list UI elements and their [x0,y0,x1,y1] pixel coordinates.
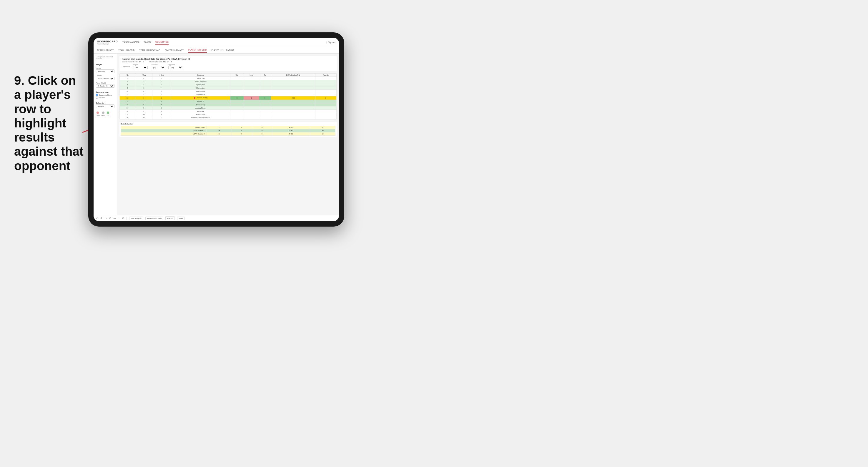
watch-btn[interactable]: Watch ▾ [165,216,175,220]
tablet-screen: SCOREBOARD Powered by clippi TOURNAMENTS… [94,38,339,221]
nav-left: SCOREBOARD Powered by clippi TOURNAMENTS… [97,39,168,45]
table-row[interactable]: 1585Stella Cheng [120,103,337,106]
opponent-filter: Opponent (All) [168,64,183,69]
grid-records: Overall Record: 353 - 34 - 6 Division Re… [122,61,334,63]
legend-row: Down Level Up [96,112,115,116]
sidebar-timestamp: Last Updated: 27/03/2024 16:55:38 [96,56,115,59]
data-table-container: # Div # Reg # Conf Opponent Win Loss Tie… [120,73,337,120]
table-row[interactable]: 341Esther Lee [120,77,337,80]
table-row[interactable]: 1691Jessica Mason [120,106,337,110]
th-opponent: Opponent [171,73,230,77]
player-rank-select[interactable]: 8. Katelyn Vo [96,84,115,88]
th-rounds: Rounds [315,73,336,77]
th-diff: Diff Av Strokes/Rnd [271,73,315,77]
opponent-view: Opponent view Opponents Played Top 100 [96,91,115,99]
th-win: Win [230,73,244,77]
radio-group: Opponents Played Top 100 [96,94,115,99]
grid-title: Katelyn Vo Head-to-Head Grid for Women's… [122,58,334,60]
conference-filter: Conference (All) [151,64,165,69]
sidebar: Last Updated: 27/03/2024 16:55:38 Player… [94,54,117,215]
share-btn[interactable]: Share [177,217,185,220]
th-conf: # Conf [152,73,171,77]
sub-nav-team-summary[interactable]: TEAM SUMMARY [97,48,114,52]
legend-up-label: Up [107,115,109,116]
conference-select[interactable]: (All) [151,66,165,69]
colour-select[interactable]: Win/loss [96,104,115,108]
th-div: # Div [120,73,135,77]
nav-divider: | [326,41,327,43]
table-row[interactable]: 914Sharon Mun [120,87,337,90]
radio-top100[interactable]: Top 100 [96,96,115,99]
nav-links: TOURNAMENTS TEAMS COMMITTEE [122,39,168,45]
colour-label: Colour by [96,102,115,104]
division-select[interactable]: NCAA Division III [96,77,115,80]
grid-header: Katelyn Vo Head-to-Head Grid for Women's… [120,56,337,71]
region-select[interactable]: (All) [133,66,148,69]
sign-out-link[interactable]: Sign out [328,41,335,43]
ood-row[interactable]: NAIA Division 115009.26730 [121,129,335,132]
th-tie: Tie [259,73,271,77]
out-of-division-title: Out of division [121,123,335,125]
table-row[interactable]: 1822Euna Lee [120,110,337,113]
colour-section: Colour by Win/loss [96,102,115,108]
tablet-frame: SCOREBOARD Powered by clippi TOURNAMENTS… [88,32,344,226]
view-original-btn[interactable]: View: Original [129,217,143,220]
player-section-label: Player [96,64,115,66]
sub-nav-team-h2h-grid[interactable]: TEAM H2H GRID [119,48,135,52]
division-field: Division NCAA Division III [96,75,115,80]
plus-icon[interactable]: + [118,217,120,220]
logo-sub: Powered by clippi [97,43,118,45]
table-row[interactable]: 1474Eunice Yi [120,100,337,103]
ood-table: Foreign Team1004.5002NAIA Division 11500… [121,126,335,136]
opponents-label: Opponents: [122,66,130,67]
undo-icon[interactable]: ↩ [96,217,98,220]
ood-row[interactable]: NCAA Division 25007.40010 [121,132,335,136]
forward-icon[interactable]: ↪ [105,217,107,220]
overall-record: Overall Record: 353 - 34 - 6 [122,61,144,63]
sub-nav-player-h2h-grid[interactable]: PLAYER H2H GRID [188,48,207,53]
annotation-text: 9. Click on a player's row to highlight … [14,73,85,173]
division-record: Division Record: 331 - 34 - 6 [150,61,172,63]
legend-dot-level [102,112,104,114]
minus-icon[interactable]: — [114,217,116,220]
gender-field: Gender Women's [96,67,115,73]
legend-dot-down [96,112,99,114]
redo-icon[interactable]: ↺ [100,217,102,220]
region-filter: Region (All) [133,64,148,69]
ood-row[interactable]: Foreign Team1004.5002 [121,126,335,129]
nav-teams[interactable]: TEAMS [144,39,151,45]
sub-nav-player-summary[interactable]: PLAYER SUMMARY [165,48,184,52]
table-row[interactable]: 19106Emily Chang [120,113,337,116]
table-row[interactable]: 613Sydney Kuo [120,83,337,87]
opponent-select[interactable]: (All) [168,66,183,69]
add-icon[interactable]: ⊕ [109,217,111,220]
legend-down-label: Down [96,115,100,116]
filter-row: Opponents: Region (All) Conference (All) [122,64,334,69]
th-loss: Loss [244,73,259,77]
table-row[interactable]: 1312Jessica Huang010-3.002 [120,96,337,100]
player-rank-field: Player (Rank) 8. Katelyn Vo [96,82,115,88]
legend-level-label: Level [101,115,105,116]
table-row[interactable]: 1063Andrea York [120,90,337,93]
gender-select[interactable]: Women's [96,69,115,73]
sub-nav-player-h2h-heatmap[interactable]: PLAYER H2H HEATMAP [212,48,235,52]
grid-area: Katelyn Vo Head-to-Head Grid for Women's… [117,54,339,215]
data-table: # Div # Reg # Conf Opponent Win Loss Tie… [120,73,337,120]
main-content: Last Updated: 27/03/2024 16:55:38 Player… [94,54,339,215]
sub-nav-team-h2h-heatmap[interactable]: TEAM H2H HEATMAP [139,48,160,52]
nav-tournaments[interactable]: TOURNAMENTS [122,39,140,45]
nav-right: | Sign out [326,41,335,43]
logo-area: SCOREBOARD Powered by clippi [97,40,118,45]
toolbar-divider [126,217,127,220]
bottom-toolbar: ↩ ↺ ↪ ⊕ — + ⊙ View: Original Save Custom… [94,215,339,221]
sub-navbar: TEAM SUMMARY TEAM H2H GRID TEAM H2H HEAT… [94,47,339,54]
out-of-division: Out of division Foreign Team1004.5002NAI… [120,122,337,137]
table-row[interactable]: 20117Federica Domecq Lacroze [120,116,337,120]
refresh-icon[interactable]: ⊙ [122,217,124,220]
save-custom-view-btn[interactable]: Save Custom View [145,217,163,220]
table-row[interactable]: 522Alexis Sudjianto [120,80,337,83]
nav-committee[interactable]: COMMITTEE [155,39,168,45]
radio-opponents-played[interactable]: Opponents Played [96,94,115,96]
table-row[interactable]: 1311Heejo Hyun [120,93,337,96]
opponent-view-label: Opponent view [96,91,115,93]
